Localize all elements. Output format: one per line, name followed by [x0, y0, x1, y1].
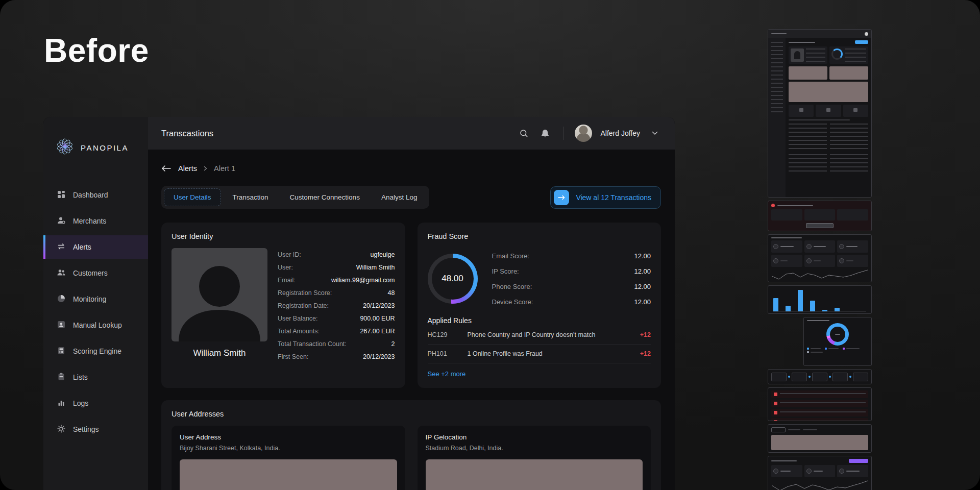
- tab-transaction[interactable]: Transaction: [223, 188, 278, 206]
- address-title: IP Gelocation: [426, 433, 643, 441]
- field-value: 2: [391, 340, 395, 348]
- score-label: Email Score:: [492, 252, 530, 260]
- sidebar-item-label: Monitoring: [73, 295, 106, 303]
- sidebar-item-merchants[interactable]: Merchants: [43, 209, 148, 233]
- sidebar-item-label: Manual Lookup: [73, 321, 122, 329]
- field-label: Registration Score:: [278, 289, 332, 297]
- field-value: 267.00 EUR: [360, 328, 395, 335]
- sidebar-item-monitoring[interactable]: Monitoring: [43, 287, 148, 311]
- address-text: Bijoy Sharani Street, Kolkata, India.: [180, 445, 397, 452]
- identity-field-row: Email: william.99@gmail.com: [278, 274, 395, 286]
- filmstrip-thumb-transaction-frequency: [768, 234, 872, 282]
- filmstrip-thumb-spending-patterns: [768, 285, 872, 314]
- identity-field-row: User: William Smith: [278, 261, 395, 274]
- identity-field-row: Total Amounts: 267.00 EUR: [278, 325, 395, 337]
- gear-icon: [57, 424, 66, 435]
- user-name: Alferd Joffey: [600, 129, 640, 137]
- tab-bar: User Details Transaction Customer Connec…: [161, 186, 429, 209]
- score-list: Email Score: 12.00 IP Score: 12.00: [492, 248, 651, 309]
- score-label: Device Score:: [492, 298, 533, 306]
- card-title: User Identity: [172, 232, 395, 240]
- sidebar-item-logs[interactable]: Logs: [43, 391, 148, 415]
- presentation-canvas: Before: [0, 0, 980, 490]
- field-label: First Seen:: [278, 353, 308, 360]
- fraud-score-card: Fraud Score 48.00 Email Score: 12.0: [418, 223, 662, 388]
- identity-field-list: User ID: ugfeuige User: William Smith: [278, 248, 395, 363]
- field-value: 20/12/2023: [363, 353, 395, 360]
- breadcrumb-alerts[interactable]: Alerts: [178, 164, 197, 173]
- score-row: Device Score: 12.00: [492, 294, 651, 309]
- chevron-down-icon[interactable]: [648, 127, 662, 140]
- back-arrow-icon[interactable]: [161, 165, 172, 172]
- screenshot-filmstrip: [768, 29, 872, 490]
- see-more-link[interactable]: See +2 more: [428, 370, 466, 378]
- rule-id: HC129: [428, 331, 462, 338]
- avatar[interactable]: [575, 125, 592, 142]
- field-value: 48: [388, 289, 395, 297]
- logo-icon: [55, 136, 75, 159]
- bell-icon[interactable]: [538, 127, 552, 140]
- field-value: william.99@gmail.com: [331, 277, 395, 284]
- app-window: PANOPILA Dashboard Merchants Alerts Cu: [43, 117, 675, 490]
- arrow-right-icon: [554, 190, 569, 205]
- field-label: Registration Date:: [278, 302, 329, 309]
- address-card: IP Gelocation Stadium Road, Delhi, India…: [418, 426, 651, 490]
- field-label: Total Transaction Count:: [278, 340, 347, 348]
- field-value: ugfeuige: [371, 251, 395, 258]
- field-label: Total Amounts:: [278, 328, 320, 335]
- user-photo-placeholder: [172, 248, 267, 341]
- mini-donut-chart: [826, 323, 849, 346]
- user-addresses-card: User Addresses User Address Bijoy Sharan…: [161, 400, 661, 490]
- divider: [563, 127, 564, 140]
- sidebar-nav: Dashboard Merchants Alerts Customers Mon…: [43, 176, 148, 444]
- dashboard-icon: [57, 190, 66, 201]
- address-title: User Address: [180, 433, 397, 441]
- tab-customer-connections[interactable]: Customer Connections: [280, 188, 370, 206]
- chevron-right-icon: [204, 164, 207, 173]
- content: Alerts Alert 1 User Details Transaction …: [148, 150, 675, 490]
- tab-user-details[interactable]: User Details: [164, 188, 221, 206]
- sidebar-item-label: Customers: [73, 269, 108, 277]
- sidebar-item-customers[interactable]: Customers: [43, 261, 148, 285]
- monitoring-icon: [57, 294, 66, 305]
- rule-description: Phone Country and IP Country doesn't mat…: [468, 331, 635, 338]
- tab-analyst-log[interactable]: Analyst Log: [372, 188, 427, 206]
- field-value: William Smith: [356, 264, 395, 271]
- sidebar-item-label: Logs: [73, 399, 88, 407]
- address-card: User Address Bijoy Sharani Street, Kolka…: [172, 426, 405, 490]
- score-label: IP Score:: [492, 267, 519, 275]
- search-icon[interactable]: [517, 127, 530, 140]
- page-header-title: Transcastions: [161, 129, 213, 138]
- rule-id: PH101: [428, 350, 462, 357]
- view-transactions-button[interactable]: View al 12 Transactions: [550, 186, 661, 209]
- rule-row: PH101 1 Online Profile was Fraud +12: [428, 345, 651, 363]
- breadcrumb: Alerts Alert 1: [161, 164, 661, 173]
- scoring-engine-icon: [57, 346, 66, 357]
- sidebar-item-manual-lookup[interactable]: Manual Lookup: [43, 313, 148, 337]
- rules-list: HC129 Phone Country and IP Country doesn…: [428, 326, 651, 363]
- user-full-name: William Smith: [172, 348, 267, 358]
- address-text: Stadium Road, Delhi, India.: [426, 445, 643, 452]
- sidebar-item-settings[interactable]: Settings: [43, 418, 148, 441]
- card-title: Fraud Score: [428, 232, 651, 240]
- identity-field-row: Registration Date: 20/12/2023: [278, 299, 395, 312]
- score-row: IP Score: 12.00: [492, 263, 651, 279]
- field-label: User Balance:: [278, 315, 318, 322]
- identity-photo-block: William Smith: [172, 248, 267, 363]
- identity-field-row: Registration Score: 48: [278, 286, 395, 299]
- filmstrip-thumb-new-device-alert: [768, 201, 872, 231]
- sidebar-item-label: Dashboard: [73, 191, 108, 199]
- address-photo-placeholder: Photo: [426, 459, 643, 490]
- filmstrip-thumb-blacklist-donut: [803, 317, 872, 366]
- sidebar-item-label: Scoring Engine: [73, 347, 121, 355]
- sidebar-item-alerts[interactable]: Alerts: [43, 235, 148, 259]
- sidebar-item-dashboard[interactable]: Dashboard: [43, 183, 148, 207]
- customers-icon: [57, 268, 66, 279]
- filmstrip-thumb-suspicious-alerts: [768, 387, 872, 421]
- sidebar-item-scoring-engine[interactable]: Scoring Engine: [43, 339, 148, 363]
- score-value: 12.00: [634, 252, 651, 260]
- address-card-list: User Address Bijoy Sharani Street, Kolka…: [172, 426, 651, 490]
- sidebar-item-lists[interactable]: Lists: [43, 365, 148, 389]
- rule-description: 1 Online Profile was Fraud: [468, 350, 635, 357]
- applied-rules-title: Applied Rules: [428, 316, 651, 325]
